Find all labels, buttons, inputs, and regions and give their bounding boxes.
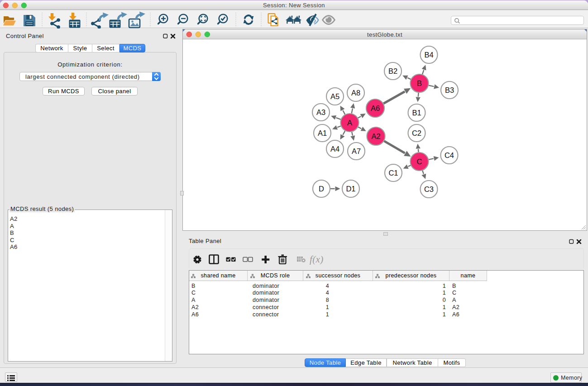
- svg-text:B1: B1: [412, 109, 421, 117]
- svg-text:C1: C1: [388, 169, 398, 177]
- svg-text:A: A: [347, 119, 352, 127]
- svg-text:C4: C4: [445, 151, 454, 159]
- svg-text:B3: B3: [445, 86, 454, 94]
- svg-text:B2: B2: [388, 67, 397, 75]
- svg-text:A8: A8: [351, 89, 360, 97]
- svg-text:A6: A6: [371, 104, 380, 112]
- svg-text:C: C: [417, 157, 422, 166]
- svg-text:D1: D1: [346, 185, 355, 193]
- svg-text:A7: A7: [352, 147, 361, 155]
- svg-text:A2: A2: [371, 132, 380, 140]
- svg-text:B4: B4: [424, 51, 433, 59]
- svg-text:C2: C2: [412, 129, 421, 137]
- svg-text:C3: C3: [424, 185, 434, 193]
- svg-text:B: B: [417, 79, 422, 87]
